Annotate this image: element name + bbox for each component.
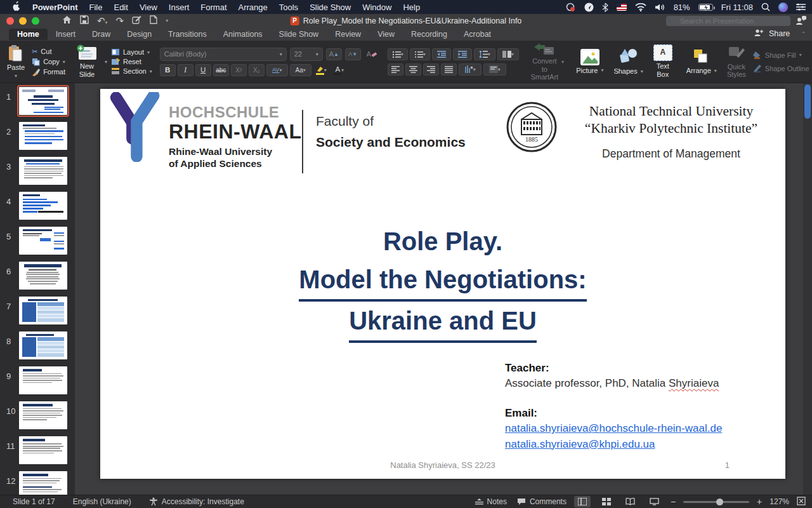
normal-view-button[interactable] (574, 496, 591, 507)
thumbnail-preview[interactable] (19, 122, 67, 150)
justify-button[interactable] (441, 64, 457, 76)
shape-fill-button[interactable]: Shape Fill▾ (753, 51, 812, 59)
bullets-button[interactable]: ▾ (388, 48, 408, 60)
accessibility-status[interactable]: Accessibility: Investigate (149, 497, 244, 506)
zoom-out-button[interactable]: − (671, 497, 676, 507)
paste-button[interactable]: Paste▾ (4, 43, 28, 80)
wifi-icon[interactable] (635, 3, 646, 11)
save-icon[interactable] (80, 15, 89, 26)
menu-app-name[interactable]: PowerPoint (27, 3, 84, 12)
ribbon-tab-animations[interactable]: Animations (215, 29, 271, 40)
menu-arrange[interactable]: Arrange (233, 3, 273, 12)
slide-thumbnail-8[interactable]: 8 (0, 331, 75, 359)
convert-to-smartart-button[interactable]: Convert to SmartArt (528, 41, 561, 83)
siri-icon[interactable] (778, 3, 788, 12)
ribbon-tab-review[interactable]: Review (327, 29, 369, 40)
align-text-button[interactable]: ▾ (483, 64, 506, 76)
menubar-clock[interactable]: Fri 11:08 (721, 3, 753, 12)
menu-slideshow[interactable]: Slide Show (304, 3, 357, 12)
ribbon-tab-home[interactable]: Home (9, 29, 48, 40)
control-center-icon[interactable] (796, 3, 806, 11)
menu-format[interactable]: Format (195, 3, 232, 12)
cut-button[interactable]: ✂Cut (32, 48, 65, 56)
decrease-indent-button[interactable] (432, 48, 451, 60)
slide-thumbnail-1[interactable]: 1 (0, 87, 75, 115)
thumbnail-preview[interactable] (19, 401, 67, 429)
align-left-button[interactable] (388, 64, 403, 76)
zoom-in-button[interactable]: + (757, 497, 762, 507)
slide-thumbnail-11[interactable]: 11 (0, 436, 75, 464)
customize-quick-access-chevron[interactable]: ▾ (166, 18, 168, 23)
thumbnail-preview[interactable] (19, 157, 67, 185)
new-slide-chevron[interactable]: ▾ (105, 59, 107, 65)
thumbnail-preview[interactable] (19, 297, 67, 324)
decrease-font-button[interactable]: A▼ (345, 48, 361, 60)
bold-button[interactable]: B (160, 64, 176, 76)
slide-thumbnail-6[interactable]: 6 (0, 262, 75, 290)
menu-help[interactable]: Help (397, 3, 426, 12)
font-name-select[interactable]: Calibri (Body)▾ (160, 48, 287, 61)
thumbnail-preview[interactable] (19, 227, 67, 255)
layout-button[interactable]: Layout▾ (111, 48, 152, 56)
menu-insert[interactable]: Insert (163, 3, 195, 12)
slide-thumbnail-10[interactable]: 10 (0, 401, 75, 429)
slide-1-editing-surface[interactable]: HOCHSCHULE RHEIN-WAAL Rhine-Waal Univers… (100, 89, 785, 479)
thumbnail-preview[interactable] (19, 87, 67, 115)
thumbnail-preview[interactable] (19, 436, 67, 464)
menu-window[interactable]: Window (357, 3, 397, 12)
slide-thumbnail-panel[interactable]: 123456789101112 (0, 83, 75, 495)
close-window-button[interactable] (6, 17, 14, 25)
strikethrough-button[interactable]: abc (213, 64, 229, 76)
screen-record-status-icon[interactable] (565, 3, 576, 12)
slide-thumbnail-9[interactable]: 9 (0, 366, 75, 394)
section-button[interactable]: Section▾ (111, 67, 152, 75)
shape-outline-button[interactable]: Shape Outline▾ (753, 64, 812, 72)
email-link-hsrw[interactable]: natalia.shyriaieva@hochschule-rhein-waal… (505, 422, 722, 434)
change-case-button[interactable]: Aa▾ (290, 64, 311, 76)
slide-thumbnail-5[interactable]: 5 (0, 227, 75, 255)
text-direction-button[interactable]: ▾ (459, 64, 481, 76)
redo-button[interactable]: ↷ (116, 15, 124, 27)
ribbon-tab-design[interactable]: Design (119, 29, 160, 40)
text-box-button[interactable]: A Text Box (650, 43, 676, 79)
thumbnail-preview[interactable] (19, 366, 67, 394)
ribbon-tab-slide-show[interactable]: Slide Show (271, 29, 327, 40)
search-input[interactable] (666, 16, 790, 26)
slide-thumbnail-7[interactable]: 7 (0, 297, 75, 324)
menu-file[interactable]: File (84, 3, 108, 12)
ribbon-tab-acrobat[interactable]: Acrobat (455, 29, 499, 40)
underline-button[interactable]: U (195, 64, 211, 76)
picture-button[interactable]: Picture▾ (573, 48, 606, 76)
arrange-button[interactable]: Arrange▾ (683, 47, 720, 76)
slide-thumbnail-2[interactable]: 2 (0, 122, 75, 150)
highlight-color-button[interactable]: ▾ (313, 64, 329, 76)
zoom-slider-knob[interactable] (716, 498, 723, 505)
thumbnail-preview[interactable] (19, 471, 67, 495)
menu-view[interactable]: View (134, 3, 163, 12)
zoom-window-button[interactable] (32, 17, 39, 25)
vertical-scrollbar[interactable] (803, 83, 812, 495)
slide-title[interactable]: Role Play. Model the Negotiations: Ukrai… (100, 222, 785, 343)
slide-thumbnail-12[interactable]: 12 (0, 471, 75, 495)
slideshow-view-button[interactable] (646, 496, 663, 507)
draw-quick-icon[interactable] (132, 15, 141, 26)
new-slide-button[interactable]: New Slide (73, 43, 101, 79)
presenter-coaching-icon[interactable] (796, 15, 807, 27)
share-button[interactable]: Share (769, 29, 790, 38)
character-spacing-button[interactable]: AV▾ (266, 64, 288, 76)
slide-sorter-view-button[interactable] (598, 496, 615, 507)
clear-formatting-button[interactable]: A (364, 48, 380, 60)
numbering-button[interactable]: ▾ (410, 48, 430, 60)
align-right-button[interactable] (423, 64, 439, 76)
shapes-button[interactable]: Shapes▾ (610, 46, 646, 76)
apple-menu[interactable] (6, 1, 27, 13)
collapse-ribbon-chevron[interactable]: ⌃ (801, 31, 806, 37)
copy-button[interactable]: Copy▾ (32, 58, 65, 66)
reading-view-button[interactable] (622, 496, 639, 507)
location-icon[interactable] (584, 3, 594, 12)
fit-slide-to-window-button[interactable] (797, 497, 806, 507)
increase-font-button[interactable]: A▲ (326, 48, 342, 60)
line-spacing-button[interactable]: ▾ (474, 48, 495, 60)
spotlight-icon[interactable] (761, 3, 770, 11)
format-painter-button[interactable]: Format (32, 68, 65, 76)
